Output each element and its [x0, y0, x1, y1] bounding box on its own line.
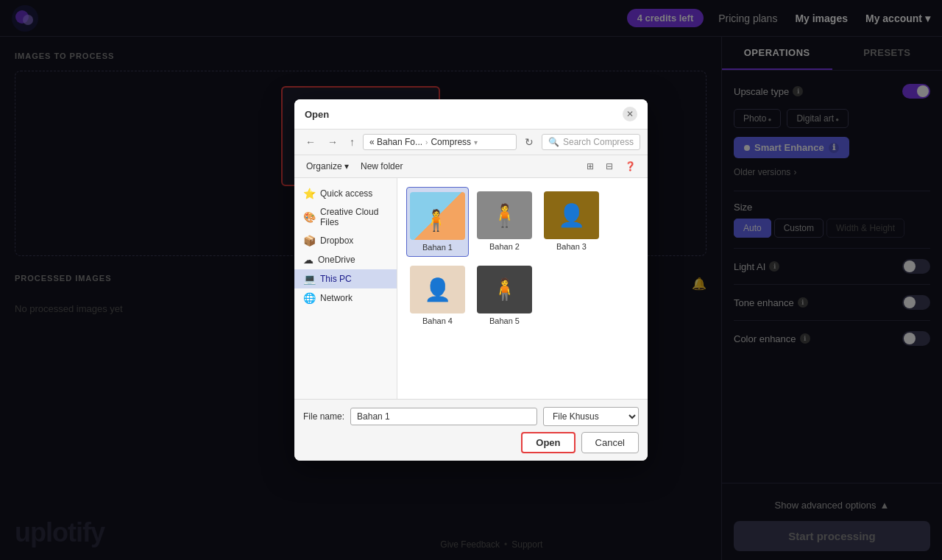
filename-row: File name: File Khusus: [303, 407, 639, 426]
sidebar-network[interactable]: 🌐 Network: [294, 288, 397, 308]
dialog-up-button[interactable]: ↑: [346, 135, 358, 149]
view-help-button[interactable]: ❓: [620, 159, 640, 174]
file-name-bahan3: Bahan 3: [543, 242, 600, 251]
dialog-forward-button[interactable]: →: [324, 135, 341, 149]
file-item-bahan3[interactable]: 👤 Bahan 3: [540, 187, 603, 257]
file-name-bahan1: Bahan 1: [410, 243, 465, 252]
person-silhouette-3: 👤: [558, 202, 585, 228]
dialog-title: Open: [305, 109, 329, 120]
dialog-close-button[interactable]: ✕: [623, 107, 637, 121]
dialog-toolbar: ← → ↑ « Bahan Fo... › Compress ▾ ↻ 🔍 Sea…: [294, 130, 648, 155]
dialog-back-button[interactable]: ←: [302, 135, 319, 149]
dialog-bottom: File name: File Khusus Open Cancel: [294, 399, 648, 461]
sidebar-onedrive[interactable]: ☁ OneDrive: [294, 250, 397, 269]
file-open-dialog: Open ✕ ← → ↑ « Bahan Fo... › Compress ▾ …: [294, 99, 648, 461]
search-placeholder-text: Search Compress: [563, 137, 634, 147]
view-small-icons-button[interactable]: ⊟: [601, 159, 617, 174]
view-large-icons-button[interactable]: ⊞: [582, 159, 598, 174]
organize-button[interactable]: Organize ▾: [302, 159, 353, 174]
dropbox-label: Dropbox: [320, 235, 353, 246]
file-thumb-bahan4: 👤: [410, 266, 465, 313]
file-thumb-bahan5: 🧍: [477, 266, 532, 313]
sidebar-quick-access[interactable]: ⭐ Quick access: [294, 184, 397, 203]
sidebar-dropbox[interactable]: 📦 Dropbox: [294, 231, 397, 250]
filename-input[interactable]: [350, 408, 537, 425]
quick-access-label: Quick access: [320, 188, 372, 199]
dialog-action-bar: Organize ▾ New folder ⊞ ⊟ ❓: [294, 155, 648, 178]
file-name-bahan4: Bahan 4: [409, 316, 466, 325]
network-icon: 🌐: [303, 292, 316, 304]
creative-cloud-icon: 🎨: [303, 211, 316, 223]
network-label: Network: [320, 293, 353, 303]
path-dropdown-icon: ▾: [474, 138, 478, 146]
dialog-path: « Bahan Fo... › Compress ▾: [363, 134, 517, 150]
dialog-search-box: 🔍 Search Compress: [542, 134, 640, 150]
dialog-cancel-button[interactable]: Cancel: [581, 432, 639, 453]
dialog-buttons-row: Open Cancel: [303, 432, 639, 453]
onedrive-icon: ☁: [303, 254, 314, 266]
person-silhouette-2: 🧍: [491, 202, 518, 228]
filetype-select[interactable]: File Khusus: [543, 407, 639, 426]
path-compress: Compress: [431, 137, 471, 147]
sidebar-this-pc[interactable]: 💻 This PC: [294, 269, 397, 288]
person-silhouette-5: 🧍: [491, 277, 518, 302]
file-thumb-bahan1: 🧍: [410, 192, 465, 240]
this-pc-icon: 💻: [303, 273, 316, 285]
dialog-sidebar: ⭐ Quick access 🎨 Creative Cloud Files 📦 …: [294, 178, 397, 399]
file-item-bahan2[interactable]: 🧍 Bahan 2: [473, 187, 536, 257]
dialog-body: ⭐ Quick access 🎨 Creative Cloud Files 📦 …: [294, 178, 648, 399]
file-item-bahan5[interactable]: 🧍 Bahan 5: [473, 261, 536, 330]
dialog-files-area: 🧍 Bahan 1 🧍 Bahan 2 👤 Ba: [397, 178, 648, 399]
creative-cloud-label: Creative Cloud Files: [320, 207, 388, 227]
new-folder-button[interactable]: New folder: [356, 159, 407, 174]
person-silhouette-4: 👤: [424, 277, 451, 302]
dialog-title-bar: Open ✕: [294, 99, 648, 130]
onedrive-label: OneDrive: [318, 255, 355, 265]
dialog-refresh-button[interactable]: ↻: [521, 135, 537, 149]
file-thumb-bahan2: 🧍: [477, 191, 532, 239]
quick-access-icon: ⭐: [303, 188, 316, 199]
filename-label: File name:: [303, 411, 344, 422]
dialog-open-button[interactable]: Open: [521, 432, 575, 453]
file-name-bahan2: Bahan 2: [476, 242, 533, 251]
dialog-overlay: Open ✕ ← → ↑ « Bahan Fo... › Compress ▾ …: [0, 0, 942, 560]
dropbox-icon: 📦: [303, 235, 316, 247]
file-name-bahan5: Bahan 5: [476, 316, 533, 325]
file-item-bahan1[interactable]: 🧍 Bahan 1: [406, 187, 469, 257]
search-icon: 🔍: [548, 137, 559, 147]
this-pc-label: This PC: [320, 274, 352, 284]
path-bahan-fo: « Bahan Fo...: [369, 137, 422, 147]
file-thumb-bahan3: 👤: [544, 191, 599, 239]
path-chevron-icon: ›: [425, 138, 428, 146]
files-grid: 🧍 Bahan 1 🧍 Bahan 2 👤 Ba: [403, 184, 642, 333]
sidebar-creative-cloud[interactable]: 🎨 Creative Cloud Files: [294, 203, 397, 231]
file-item-bahan4[interactable]: 👤 Bahan 4: [406, 261, 469, 330]
